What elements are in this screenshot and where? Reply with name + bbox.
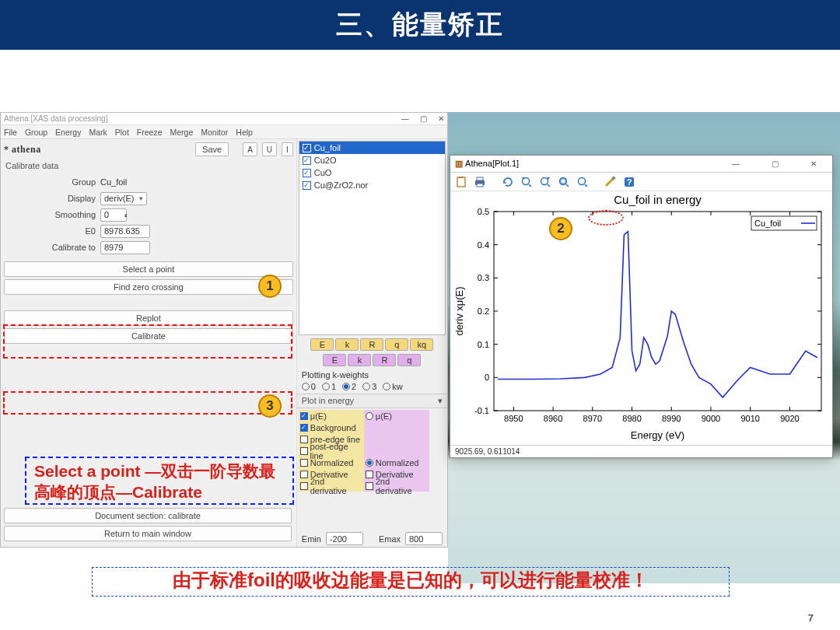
svg-rect-11 xyxy=(561,179,565,184)
svg-text:Cu_foil: Cu_foil xyxy=(754,219,781,228)
find-zero-crossing-button[interactable]: Find zero crossing xyxy=(4,279,293,295)
A-button[interactable]: A xyxy=(243,142,257,156)
callout-2: 2 xyxy=(549,217,572,240)
plot-maximize-icon[interactable]: ▢ xyxy=(761,159,789,168)
pe-postedge[interactable]: post-edge line xyxy=(299,445,364,457)
select-a-point-button[interactable]: Select a point xyxy=(4,261,293,277)
group-item-cu-foil[interactable]: ✓Cu_foil xyxy=(299,142,445,154)
return-to-main-button[interactable]: Return to main window xyxy=(4,526,292,541)
pe2-2ndderiv[interactable]: 2nd derivative xyxy=(364,480,429,492)
svg-line-10 xyxy=(566,184,569,187)
replot-button[interactable]: Replot xyxy=(4,310,293,326)
plot-toolbar: ? xyxy=(450,173,832,191)
svg-text:0.4: 0.4 xyxy=(478,240,489,250)
space-kq[interactable]: kq xyxy=(410,338,433,351)
kw-3[interactable]: 3 xyxy=(362,382,376,391)
group-item-cu2o[interactable]: ✓Cu2O xyxy=(299,154,445,166)
menu-group[interactable]: Group xyxy=(25,128,47,137)
space2-R[interactable]: R xyxy=(373,354,396,366)
document-section-button[interactable]: Document section: calibrate xyxy=(4,508,292,523)
svg-text:Cu_foil in energy: Cu_foil in energy xyxy=(614,193,702,206)
display-label: Display xyxy=(51,194,100,203)
settings-icon[interactable] xyxy=(604,176,617,188)
emin-input[interactable]: -200 xyxy=(326,532,363,545)
space-k[interactable]: k xyxy=(335,338,359,351)
kw-2[interactable]: 2 xyxy=(342,382,356,391)
emin-label: Emin xyxy=(302,534,321,544)
display-select[interactable]: deriv(E) xyxy=(100,192,147,205)
e0-label: E0 xyxy=(51,226,100,236)
minimize-icon[interactable]: — xyxy=(401,114,409,123)
menu-energy[interactable]: Energy xyxy=(55,128,81,137)
e0-input[interactable]: 8978.635 xyxy=(100,225,150,238)
print-icon[interactable] xyxy=(474,176,486,188)
pe-muE[interactable]: ✓μ(E) xyxy=(299,410,364,422)
calibrate-to-label: Calibrate to xyxy=(51,243,100,252)
plot-minimize-icon[interactable]: — xyxy=(722,159,750,168)
athena-menubar: File Group Energy Mark Plot Freeze Merge… xyxy=(1,125,447,139)
maximize-icon[interactable]: ▢ xyxy=(420,114,427,123)
pe-normalized[interactable]: Normalized xyxy=(299,457,364,468)
svg-text:0.1: 0.1 xyxy=(478,340,489,349)
group-list[interactable]: ✓Cu_foil ✓Cu2O ✓CuO ✓Cu@ZrO2.nor xyxy=(299,141,446,335)
zoom-fit-icon[interactable] xyxy=(558,176,570,188)
athena-right-pane: ✓Cu_foil ✓Cu2O ✓CuO ✓Cu@ZrO2.nor E k R q… xyxy=(296,139,447,547)
menu-merge[interactable]: Merge xyxy=(170,128,194,137)
callout-3: 3 xyxy=(258,394,282,418)
space-E[interactable]: E xyxy=(310,338,334,351)
zoom-fwd-icon[interactable] xyxy=(539,176,551,188)
space2-k[interactable]: k xyxy=(348,354,371,366)
svg-text:-0.1: -0.1 xyxy=(474,406,489,415)
emax-label: Emax xyxy=(379,534,401,544)
svg-text:0.2: 0.2 xyxy=(478,306,489,316)
refresh-icon[interactable] xyxy=(502,176,514,188)
space-R[interactable]: R xyxy=(360,338,383,351)
svg-text:?: ? xyxy=(627,177,632,187)
smoothing-input[interactable]: 0 xyxy=(100,208,127,222)
zoom-back-icon[interactable] xyxy=(520,176,533,188)
svg-point-7 xyxy=(541,177,548,184)
menu-help[interactable]: Help xyxy=(236,128,253,137)
kw-0[interactable]: 0 xyxy=(302,382,316,391)
svg-text:Energy   (eV): Energy (eV) xyxy=(631,429,684,441)
calibrate-button[interactable]: Calibrate xyxy=(4,328,293,344)
plot-in-energy-header[interactable]: Plot in energy▾ xyxy=(297,394,447,408)
group-item-cuo[interactable]: ✓CuO xyxy=(299,166,445,179)
menu-mark[interactable]: Mark xyxy=(89,128,107,137)
close-icon[interactable]: ✕ xyxy=(438,114,444,123)
svg-text:deriv xμ(E): deriv xμ(E) xyxy=(453,286,465,335)
space2-q[interactable]: q xyxy=(397,354,421,366)
svg-line-6 xyxy=(529,184,531,187)
pe-2ndderiv[interactable]: 2nd derivative xyxy=(299,480,364,492)
kweights-label: Plotting k-weights xyxy=(302,370,369,380)
space2-E[interactable]: E xyxy=(323,354,346,366)
save-button[interactable]: Save xyxy=(195,142,229,156)
emax-input[interactable]: 800 xyxy=(405,532,443,545)
menu-plot[interactable]: Plot xyxy=(115,128,129,137)
callout-1: 1 xyxy=(258,275,282,298)
U-button[interactable]: U xyxy=(262,142,277,156)
calibrate-to-input[interactable]: 8979 xyxy=(100,241,150,254)
menu-file[interactable]: File xyxy=(4,128,17,137)
pe-background[interactable]: ✓Background xyxy=(299,422,364,433)
group-item-cuzro2[interactable]: ✓Cu@ZrO2.nor xyxy=(299,179,445,191)
pe2-muE[interactable]: μ(E) xyxy=(364,410,429,422)
menu-freeze[interactable]: Freeze xyxy=(137,128,163,137)
page-number: 7 xyxy=(808,612,814,624)
plot-titlebar[interactable]: ▥ Athena[Plot.1] — ▢ ✕ xyxy=(450,156,832,173)
I-button[interactable]: I xyxy=(282,142,293,156)
kw-1[interactable]: 1 xyxy=(322,382,336,391)
space-q[interactable]: q xyxy=(385,338,408,351)
emin-emax-row: Emin -200 Emax 800 xyxy=(297,530,447,547)
pe2-normalized[interactable]: Normalized xyxy=(364,457,429,468)
plot-close-icon[interactable]: ✕ xyxy=(800,159,828,168)
plot-window-title: Athena[Plot.1] xyxy=(465,159,519,168)
zoom-region-icon[interactable] xyxy=(576,176,589,188)
plot-in-energy-panel: ✓μ(E) ✓Background pre-edge line post-edg… xyxy=(299,410,446,492)
help-icon[interactable]: ? xyxy=(623,176,635,188)
chart-canvas[interactable]: 89508960897089808990900090109020-0.100.1… xyxy=(450,191,832,445)
kw-kw[interactable]: kw xyxy=(383,382,402,391)
athena-titlebar[interactable]: Athena [XAS data processing] — ▢ ✕ xyxy=(1,113,447,125)
menu-monitor[interactable]: Monitor xyxy=(201,128,228,137)
clipboard-icon[interactable] xyxy=(455,176,467,188)
